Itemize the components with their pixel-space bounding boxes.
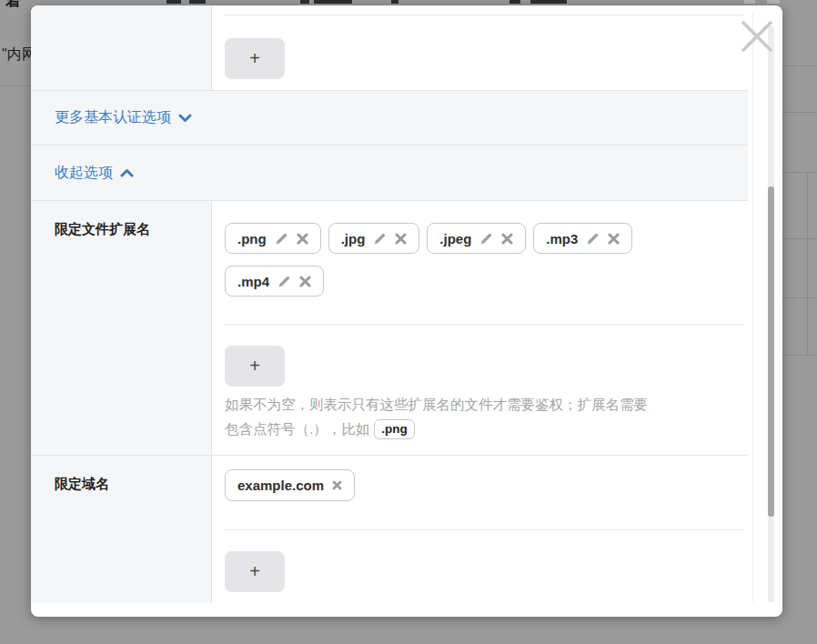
help-line-1: 如果不为空，则表示只有这些扩展名的文件才需要鉴权；扩展名需要 [225, 397, 648, 412]
background-table-line [783, 238, 817, 239]
edit-icon[interactable] [479, 232, 493, 246]
dialog-scroll-area: + 更多基本认证选项 收起选项 限定文件扩展名 [31, 5, 748, 603]
tag-ext-mp3: .mp3 [533, 223, 632, 254]
background-text-fragment [530, 0, 567, 4]
remove-icon[interactable] [299, 276, 311, 287]
tag-ext-mp4: .mp4 [225, 266, 324, 297]
background-text-fragment [391, 0, 398, 4]
background-text-fragment [509, 0, 520, 4]
extension-tag-list: .png .jpg .jpeg .mp3 [225, 201, 661, 297]
remove-icon[interactable] [332, 480, 342, 490]
background-table-line [783, 65, 817, 66]
file-extensions-label: 限定文件扩展名 [31, 201, 212, 455]
collapse-options-label: 收起选项 [55, 164, 113, 183]
tag-label: .jpeg [439, 231, 471, 247]
remove-icon[interactable] [608, 233, 620, 245]
chevron-down-icon [178, 114, 192, 123]
edit-icon[interactable] [275, 232, 288, 246]
content-edge-line [752, 13, 753, 602]
remove-icon[interactable] [501, 233, 513, 245]
more-auth-options-label: 更多基本认证选项 [55, 108, 171, 127]
extensions-help-text: 如果不为空，则表示只有这些扩展名的文件才需要鉴权；扩展名需要 包含点符号（.），… [225, 392, 743, 441]
form-row-collapse-options: 收起选项 [31, 146, 748, 201]
background-table-line [0, 176, 12, 177]
tag-domain-example: example.com [225, 469, 355, 501]
settings-dialog: + 更多基本认证选项 收起选项 限定文件扩展名 [31, 5, 782, 617]
tag-label: .jpg [341, 231, 366, 247]
background-table-line [783, 172, 817, 173]
background-text-fragment [744, 0, 755, 4]
background-text-fragment [314, 0, 352, 4]
tag-ext-png: .png [225, 223, 321, 254]
background-text-fragment [166, 0, 181, 4]
scrollbar-thumb[interactable] [768, 186, 774, 517]
domains-help-text: 如果不为空，则表示只有这些域名的文件才需要鉴权 [225, 598, 743, 603]
form-row-more-options: 更多基本认证选项 [31, 91, 748, 146]
tag-label: .mp4 [237, 274, 269, 289]
add-extension-button[interactable]: + [225, 346, 285, 387]
background-text-fragment [300, 0, 309, 4]
tag-ext-jpg: .jpg [328, 223, 420, 254]
divider [225, 15, 743, 15]
form-content-cell: + [212, 5, 748, 90]
edit-icon[interactable] [373, 232, 387, 246]
add-domain-button[interactable]: + [225, 551, 285, 592]
divider [225, 529, 743, 530]
edit-icon[interactable] [277, 275, 291, 288]
background-text-fragment [767, 0, 780, 4]
form-row-domains: 限定域名 example.com + 如果不为空，则表示只有这些域名的文件才需要… [31, 456, 748, 603]
background-table-line [807, 172, 808, 355]
remove-icon[interactable] [395, 233, 407, 245]
tag-label: .mp3 [546, 231, 578, 247]
domain-tag-list: example.com [225, 456, 661, 501]
domains-label: 限定域名 [31, 456, 212, 603]
form-content-cell: example.com + 如果不为空，则表示只有这些域名的文件才需要鉴权 [212, 456, 748, 603]
tag-label: example.com [237, 478, 324, 493]
background-table-line [783, 355, 817, 356]
remove-icon[interactable] [297, 233, 308, 245]
more-auth-options-link[interactable]: 更多基本认证选项 [55, 108, 192, 127]
divider [225, 324, 743, 325]
background-text-fragment [189, 0, 206, 4]
background-table-line [783, 112, 817, 113]
background-clipped-text: 看 [5, 0, 21, 7]
close-icon[interactable] [737, 16, 777, 56]
tag-label: .png [237, 231, 267, 247]
background-table-line [0, 131, 12, 132]
help-example-badge: .png [374, 419, 415, 439]
background-table-line [0, 86, 31, 86]
form-row-file-extensions: 限定文件扩展名 .png .jpg .jpeg [31, 201, 748, 456]
form-label-cell [31, 5, 212, 90]
collapse-options-link[interactable]: 收起选项 [55, 164, 134, 183]
help-line-2: 包含点符号（.），比如 [225, 421, 369, 437]
form-content-cell: .png .jpg .jpeg .mp3 [212, 201, 748, 455]
tag-ext-jpeg: .jpeg [427, 223, 526, 254]
form-row-clipped: + [31, 5, 748, 91]
edit-icon[interactable] [586, 232, 600, 246]
background-table-line [783, 297, 817, 298]
chevron-up-icon [120, 168, 134, 177]
add-item-button[interactable]: + [225, 38, 285, 79]
